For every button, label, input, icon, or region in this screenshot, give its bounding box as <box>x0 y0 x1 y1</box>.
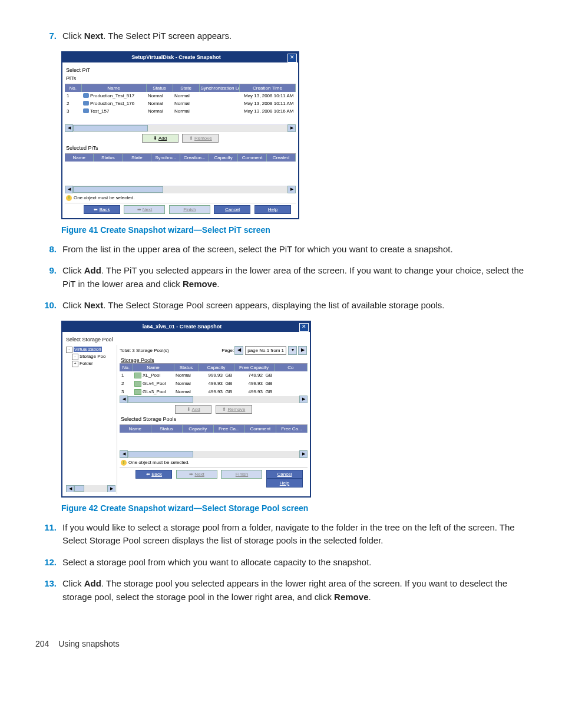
instruction-list: 7. Click Next. The Select PiT screen app… <box>35 29 527 43</box>
prev-page-button[interactable]: ◀ <box>234 346 243 355</box>
step-number: 11. <box>35 521 62 548</box>
finish-button[interactable]: Finish <box>169 205 210 214</box>
scroll-left-icon[interactable]: ◀ <box>120 450 128 458</box>
step-number: 7. <box>35 29 62 43</box>
dialog-title: ia64_xiv6_01 - Create Snapshot <box>65 322 299 332</box>
step-number: 8. <box>35 243 62 256</box>
pits-table[interactable]: No. Name Status State Synchronization Le… <box>65 84 296 115</box>
next-button[interactable]: ➡ Next <box>124 205 165 214</box>
help-button[interactable]: Help <box>254 205 291 214</box>
tree-item-folder[interactable]: +Folder <box>66 361 115 367</box>
select-storage-pool-label: Select Storage Pool <box>66 337 306 342</box>
step-text: Click Add. The storage pool you selected… <box>62 577 527 604</box>
disk-icon <box>83 101 89 106</box>
cancel-button[interactable]: Cancel <box>266 470 303 479</box>
disk-icon <box>83 93 89 98</box>
figure-42-screenshot: ia64_xiv6_01 - Create Snapshot ✕ Select … <box>61 321 527 498</box>
step-text: From the list in the upper area of the s… <box>62 243 453 256</box>
step-text: Select a storage pool from which you wan… <box>62 556 371 569</box>
step-text: Click Next. The Select PiT screen appear… <box>62 29 232 43</box>
add-button[interactable]: ⬇ Add <box>142 134 178 143</box>
page-number: 204 <box>35 639 49 648</box>
warning-icon: ! <box>66 195 72 201</box>
step-number: 12. <box>35 556 62 569</box>
step-7: 7. Click Next. The Select PiT screen app… <box>35 29 527 43</box>
step-text: Click Next. The Select Storage Pool scre… <box>62 299 444 312</box>
scroll-right-icon[interactable]: ▶ <box>287 124 296 132</box>
back-button[interactable]: ⬅ Back <box>84 205 120 214</box>
figure-42-caption: Figure 42 Create Snapshot wizard—Select … <box>61 503 527 513</box>
step-number: 13. <box>35 577 62 604</box>
total-count: Total: 3 Storage Pool(s) <box>120 348 169 353</box>
scroll-right-icon[interactable]: ▶ <box>287 186 296 193</box>
figure-41-screenshot: SetupVirtualDisk - Create Snapshot ✕ Sel… <box>61 51 527 219</box>
step-10: 10. Click Next. The Select Storage Pool … <box>35 299 527 312</box>
scroll-right-icon[interactable]: ▶ <box>299 396 308 403</box>
next-button[interactable]: ➡ Next <box>176 470 217 479</box>
table-header-row: No. Name Status State Synchronization Le… <box>65 84 296 92</box>
table-row[interactable]: 2 GLv4_Pool Normal 499.93 GB 499.93 GB <box>120 380 308 388</box>
selected-pools-label: Selected Storage Pools <box>121 416 306 422</box>
table-row[interactable]: 3 GLv3_Pool Normal 499.93 GB 499.93 GB <box>120 388 308 396</box>
table-row[interactable]: 3 Test_157 Normal Normal May 13, 2008 10… <box>65 107 296 115</box>
pool-icon <box>134 389 141 395</box>
folder-tree[interactable]: -Virtualization -Storage Poo +Folder ◀ ▶ <box>65 345 117 494</box>
section-title: Using snapshots <box>58 639 120 648</box>
scroll-left-icon[interactable]: ◀ <box>66 485 74 492</box>
selected-pools-table[interactable]: Name Status Capacity Free Ca... Comment … <box>120 425 308 433</box>
help-button[interactable]: Help <box>266 479 303 487</box>
pager: Total: 3 Storage Pool(s) Page: ◀ page No… <box>120 346 308 355</box>
disk-icon <box>83 108 89 113</box>
page-footer: 204 Using snapshots <box>35 639 527 648</box>
scroll-left-icon[interactable]: ◀ <box>65 124 73 132</box>
horizontal-scrollbar[interactable]: ◀ ▶ <box>65 186 296 193</box>
step-text: Click Add. The PiT you selected appears … <box>62 264 527 291</box>
remove-button[interactable]: ⬆ Remove <box>182 134 219 143</box>
pool-icon <box>134 373 141 378</box>
tree-item-virtualization[interactable]: -Virtualization <box>66 347 115 353</box>
selected-pits-table[interactable]: Name Status State Synchro... Creation...… <box>65 154 296 162</box>
page-dropdown-button[interactable]: ▾ <box>288 346 297 355</box>
close-icon[interactable]: ✕ <box>299 323 309 332</box>
instruction-list: 8. From the list in the upper area of th… <box>35 243 527 312</box>
horizontal-scrollbar[interactable]: ◀ ▶ <box>120 396 308 403</box>
add-button[interactable]: ⬇ Add <box>175 405 211 414</box>
step-13: 13. Click Add. The storage pool you sele… <box>35 577 527 604</box>
storage-pools-label: Storage Pools <box>121 357 306 363</box>
scroll-right-icon[interactable]: ▶ <box>299 450 308 458</box>
step-number: 10. <box>35 299 62 312</box>
scroll-right-icon[interactable]: ▶ <box>107 485 115 492</box>
warning-message: !One object must be selected. <box>66 195 295 201</box>
pool-icon <box>134 381 141 387</box>
warning-icon: ! <box>121 460 127 466</box>
step-8: 8. From the list in the upper area of th… <box>35 243 527 256</box>
dialog-title: SetupVirtualDisk - Create Snapshot <box>65 52 287 62</box>
step-12: 12. Select a storage pool from which you… <box>35 556 527 569</box>
next-page-button[interactable]: ▶ <box>298 346 307 355</box>
remove-button[interactable]: ⬆ Remove <box>216 405 252 414</box>
figure-41-caption: Figure 41 Create Snapshot wizard—Select … <box>61 225 527 235</box>
back-button[interactable]: ⬅ Back <box>135 470 172 479</box>
cancel-button[interactable]: Cancel <box>214 205 250 214</box>
table-row[interactable]: 1 Production_Test_517 Normal Normal May … <box>65 92 296 100</box>
dialog-titlebar: ia64_xiv6_01 - Create Snapshot ✕ <box>62 322 310 332</box>
page-indicator[interactable]: page No.1 from 1 <box>245 346 286 355</box>
scroll-left-icon[interactable]: ◀ <box>65 186 73 193</box>
dialog-titlebar: SetupVirtualDisk - Create Snapshot ✕ <box>62 52 298 62</box>
page-label: Page: <box>222 348 234 353</box>
scroll-left-icon[interactable]: ◀ <box>120 396 128 403</box>
close-icon[interactable]: ✕ <box>287 54 297 62</box>
step-number: 9. <box>35 264 62 291</box>
instruction-list: 11. If you would like to select a storag… <box>35 521 527 604</box>
warning-message: !One object must be selected. <box>121 460 306 466</box>
table-row[interactable]: 1 XL_Pool Normal 999.93 GB 749.92 GB <box>120 371 308 380</box>
horizontal-scrollbar[interactable]: ◀ ▶ <box>65 125 296 132</box>
tree-item-storage-pool[interactable]: -Storage Poo <box>66 354 115 360</box>
selected-pits-label: Selected PiTs <box>66 145 295 151</box>
storage-pools-table[interactable]: No. Name Status Capacity Free Capacity C… <box>120 364 308 396</box>
select-pit-label: Select PiT <box>66 67 295 73</box>
horizontal-scrollbar[interactable]: ◀ ▶ <box>120 451 308 458</box>
finish-button[interactable]: Finish <box>221 470 262 479</box>
table-header-row: Name Status Capacity Free Ca... Comment … <box>120 425 308 433</box>
table-row[interactable]: 2 Production_Test_176 Normal Normal May … <box>65 100 296 107</box>
